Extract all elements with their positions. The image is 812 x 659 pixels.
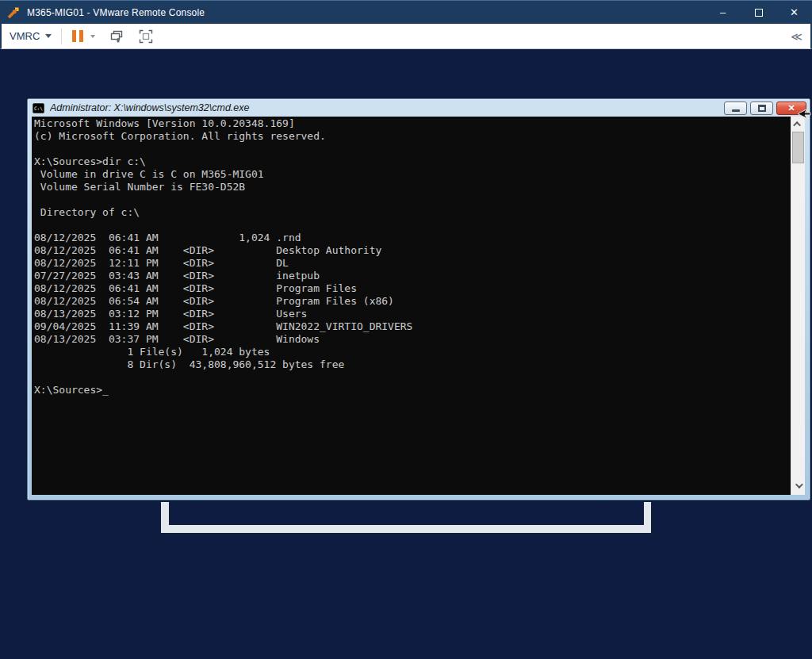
minimize-icon [732,109,740,112]
terminal-area[interactable]: Microsoft Windows [Version 10.0.20348.16… [32,117,805,495]
toolbar-separator [61,29,62,44]
fullscreen-icon [138,29,154,44]
app-toolbar: VMRC ≪ [0,24,812,49]
cmd-window-title: Administrator: X:\windows\system32\cmd.e… [50,102,724,113]
vm-console-screen[interactable]: C:\ Administrator: X:\windows\system32\c… [0,50,812,659]
vmrc-application-window: M365-MIG01 - VMware Remote Console – ✕ V… [0,0,812,659]
send-ctrl-alt-del-icon [109,29,124,44]
cmd-prompt-icon: C:\ [33,103,44,113]
cmd-window[interactable]: C:\ Administrator: X:\windows\system32\c… [27,98,810,500]
chevron-down-icon [795,481,803,489]
vmrc-menu-button[interactable]: VMRC [10,30,52,42]
cmd-maximize-button[interactable] [750,102,773,115]
cmd-titlebar[interactable]: C:\ Administrator: X:\windows\system32\c… [28,99,810,117]
scroll-down-button[interactable] [791,479,805,492]
collapse-toolbar-button[interactable]: ≪ [791,30,801,43]
chevron-down-icon [45,34,52,38]
fullscreen-button[interactable] [138,29,154,44]
window-controls: – ✕ [705,1,812,24]
pause-icon [72,30,76,42]
setup-dialog-frame [161,502,651,533]
window-title: M365-MIG01 - VMware Remote Console [27,7,705,18]
chevron-down-icon [90,35,95,38]
close-button[interactable]: ✕ [776,1,812,24]
suspend-button[interactable] [72,30,83,42]
mouse-cursor-icon [797,108,811,124]
terminal[interactable]: Microsoft Windows [Version 10.0.20348.16… [32,117,791,495]
maximize-button[interactable] [741,1,776,24]
suspend-dropdown-button[interactable] [90,35,95,38]
pause-icon [79,30,83,42]
vmrc-menu-label: VMRC [10,30,40,42]
terminal-scrollbar[interactable] [791,117,805,495]
maximize-icon [758,105,766,112]
maximize-icon [755,9,763,17]
cmd-window-controls: ✕ [724,102,806,115]
terminal-cursor: _ [102,384,109,396]
cmd-minimize-button[interactable] [724,102,747,115]
terminal-prompt: X:\Sources> [34,384,102,396]
app-titlebar[interactable]: M365-MIG01 - VMware Remote Console – ✕ [0,0,812,24]
scrollbar-thumb[interactable] [792,132,804,163]
minimize-button[interactable]: – [705,1,741,24]
send-ctrl-alt-del-button[interactable] [109,29,124,44]
vmware-logo-icon [7,6,20,19]
terminal-output: Microsoft Windows [Version 10.0.20348.16… [34,117,412,370]
